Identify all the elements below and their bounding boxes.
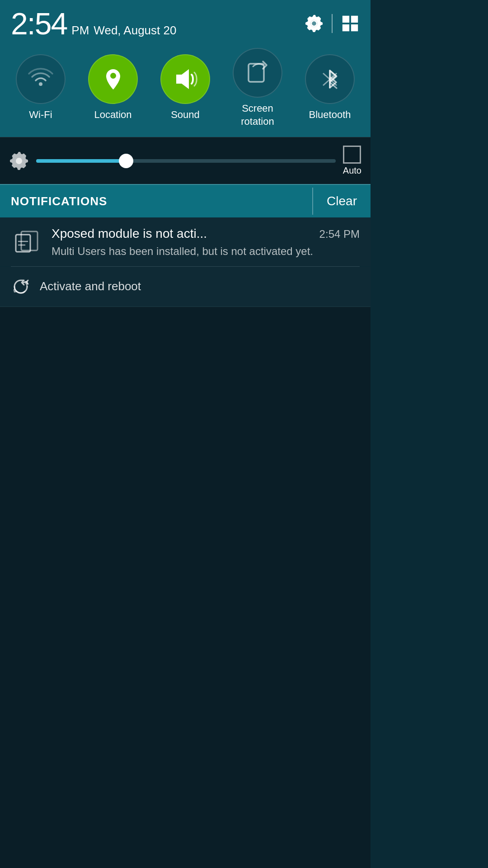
- auto-brightness-label: Auto: [343, 165, 361, 176]
- xposed-icon: [12, 228, 42, 257]
- grid-icon[interactable]: [341, 14, 360, 33]
- settings-icon[interactable]: [305, 14, 324, 33]
- refresh-icon: [11, 277, 30, 296]
- auto-brightness-checkbox[interactable]: [343, 146, 361, 164]
- notification-main-row: Xposed module is not acti... 2:54 PM Mul…: [11, 226, 360, 266]
- auto-brightness-section[interactable]: Auto: [343, 146, 361, 176]
- svg-marker-4: [176, 69, 189, 89]
- toggle-sound[interactable]: Sound: [160, 54, 210, 122]
- brightness-settings-icon[interactable]: [9, 151, 29, 171]
- screen-rotation-toggle-circle[interactable]: [233, 48, 282, 98]
- quick-toggles-row: Wi-Fi Location Sound: [0, 43, 371, 137]
- svg-rect-3: [351, 24, 358, 31]
- empty-notifications-area: [0, 307, 371, 868]
- location-icon: [101, 67, 126, 92]
- brightness-thumb[interactable]: [119, 154, 133, 168]
- sound-toggle-circle[interactable]: [160, 54, 210, 104]
- notification-action-row[interactable]: Activate and reboot: [0, 267, 371, 307]
- activate-reboot-icon: [11, 277, 31, 297]
- notification-content: Xposed module is not acti... 2:54 PM Mul…: [52, 226, 360, 259]
- sound-label: Sound: [171, 108, 200, 122]
- wifi-toggle-circle[interactable]: [16, 54, 66, 104]
- location-toggle-circle[interactable]: [88, 54, 138, 104]
- notification-body: Multi Users has been installed, but is n…: [52, 245, 313, 257]
- notification-app-icon: [11, 226, 42, 258]
- screen-rotation-icon: [244, 59, 271, 86]
- svg-rect-2: [343, 24, 349, 31]
- status-bar: 2:54 PM Wed, August 20: [0, 0, 371, 43]
- clear-notifications-button[interactable]: Clear: [313, 185, 371, 217]
- time-section: 2:54 PM Wed, August 20: [11, 8, 176, 39]
- svg-rect-9: [16, 235, 30, 252]
- location-label: Location: [94, 108, 131, 122]
- svg-rect-5: [249, 64, 264, 82]
- status-icon-group: [305, 14, 360, 33]
- bluetooth-label: Bluetooth: [309, 108, 351, 122]
- bluetooth-toggle-circle[interactable]: [305, 54, 355, 104]
- wifi-label: Wi-Fi: [29, 108, 52, 122]
- toggle-bluetooth[interactable]: Bluetooth: [305, 54, 355, 122]
- sound-icon: [172, 66, 199, 93]
- quick-settings-panel: 2:54 PM Wed, August 20: [0, 0, 371, 184]
- screen-rotation-label: Screenrotation: [241, 102, 274, 128]
- notification-title: Xposed module is not acti...: [52, 226, 315, 241]
- notification-title-row: Xposed module is not acti... 2:54 PM: [52, 226, 360, 241]
- notification-card-xposed: Xposed module is not acti... 2:54 PM Mul…: [0, 217, 371, 266]
- bluetooth-icon: [318, 67, 343, 92]
- brightness-fill: [36, 159, 126, 163]
- clock-ampm: PM: [71, 24, 89, 38]
- date-display: Wed, August 20: [94, 24, 176, 38]
- clock-time: 2:54: [11, 8, 67, 39]
- toggle-location[interactable]: Location: [88, 54, 138, 122]
- notifications-title: NOTIFICATIONS: [0, 185, 312, 217]
- toggle-wifi[interactable]: Wi-Fi: [16, 54, 66, 122]
- status-divider: [332, 14, 333, 33]
- brightness-row: Auto: [0, 137, 371, 184]
- notifications-header: NOTIFICATIONS Clear: [0, 184, 371, 217]
- notification-time: 2:54 PM: [319, 228, 360, 241]
- wifi-icon: [27, 66, 54, 93]
- brightness-slider[interactable]: [36, 159, 336, 163]
- svg-rect-0: [343, 16, 349, 23]
- toggle-screen-rotation[interactable]: Screenrotation: [233, 48, 282, 128]
- svg-rect-1: [351, 16, 358, 23]
- activate-reboot-label[interactable]: Activate and reboot: [40, 279, 141, 293]
